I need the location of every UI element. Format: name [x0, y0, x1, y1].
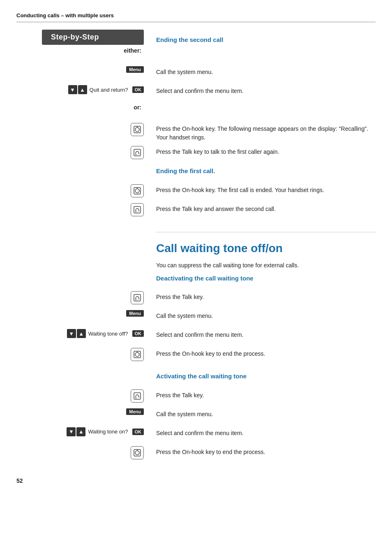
- deactivate-onhook-left: [16, 348, 148, 361]
- talk-row-1: Press the Talk key to talk to the first …: [16, 146, 376, 161]
- waiting-tone-on-label: Waiting tone on?: [88, 429, 128, 435]
- talk-icon-4: [131, 389, 144, 403]
- talk-right-1: Press the Talk key to talk to the first …: [148, 146, 376, 156]
- waiting-tone-off-left: ▼ ▲ Waiting tone off? OK: [16, 329, 148, 338]
- arrow-up-icon-off[interactable]: ▲: [77, 329, 86, 338]
- activating-heading-row: Activating the call waiting tone: [16, 367, 376, 385]
- deactivate-menu-left: Menu: [16, 310, 148, 317]
- onhook-right-1: Press the On-hook key. The following mes…: [148, 123, 376, 142]
- activate-talk-row: Press the Talk key.: [16, 389, 376, 404]
- nav-arrows-quit: ▼ ▲: [68, 85, 87, 94]
- or-left: or:: [16, 104, 148, 111]
- activate-talk-left: [16, 389, 148, 403]
- menu-left: Menu: [16, 66, 148, 73]
- onhook-icon-1: [131, 123, 144, 136]
- ok-button-off[interactable]: OK: [132, 330, 144, 337]
- ok-button-quit[interactable]: OK: [132, 86, 144, 93]
- or-label: or:: [134, 104, 141, 111]
- waiting-tone-on-left: ▼ ▲ Waiting tone on? OK: [16, 427, 148, 436]
- either-left: either:: [16, 47, 148, 54]
- svg-rect-8: [134, 206, 141, 213]
- activate-talk-right: Press the Talk key.: [148, 389, 376, 400]
- deactivating-heading: Deactivating the call waiting tone: [156, 274, 376, 283]
- ending-first-call-heading: Ending the first call.: [156, 167, 376, 176]
- svg-point-18: [135, 451, 139, 455]
- nav-arrows-on: ▼ ▲: [67, 427, 85, 436]
- menu-row: Menu Call the system menu.: [16, 66, 376, 81]
- talk-icon-2: [131, 203, 144, 216]
- waiting-tone-off-right: Select and confirm the menu item.: [148, 329, 376, 339]
- quit-ok-row: ▼ ▲ Quit and return? OK Select and confi…: [16, 85, 376, 100]
- ok-button-on[interactable]: OK: [132, 429, 144, 435]
- deactivate-talk-left: [16, 291, 148, 304]
- waiting-tone-on-row: ▼ ▲ Waiting tone on? OK Select and confi…: [16, 427, 376, 442]
- right-panel: Ending the second call: [148, 30, 376, 47]
- ending-second-call-heading: Ending the second call: [156, 36, 376, 43]
- activate-menu-right: Call the system menu.: [148, 408, 376, 419]
- waiting-tone-on-right: Select and confirm the menu item.: [148, 427, 376, 438]
- or-right: [148, 104, 376, 106]
- arrow-down-icon-on[interactable]: ▼: [67, 427, 76, 436]
- deactivate-onhook-row: Press the On-hook key to end the process…: [16, 348, 376, 363]
- svg-line-11: [136, 299, 136, 300]
- deactivate-onhook-right: Press the On-hook key to end the process…: [148, 348, 376, 358]
- talk-left-1: [16, 146, 148, 159]
- onhook-right-2: Press the On-hook key. The first call is…: [148, 184, 376, 195]
- call-waiting-intro: You can suppress the call waiting tone f…: [156, 261, 376, 270]
- onhook-icon-4: [131, 446, 144, 459]
- section-separator: [156, 232, 376, 232]
- or-row: or:: [16, 104, 376, 119]
- svg-point-1: [135, 127, 139, 132]
- menu-button-activate[interactable]: Menu: [126, 408, 144, 415]
- arrow-up-icon[interactable]: ▲: [78, 85, 87, 94]
- menu-button-deactivate[interactable]: Menu: [126, 310, 144, 317]
- arrow-down-icon-off[interactable]: ▼: [67, 329, 76, 338]
- onhook-row-2: Press the On-hook key. The first call is…: [16, 184, 376, 199]
- deactivate-talk-right: Press the Talk key.: [148, 291, 376, 301]
- activate-onhook-right: Press the On-hook key to end the process…: [148, 446, 376, 456]
- onhook-left-1: [16, 123, 148, 136]
- arrow-up-icon-on[interactable]: ▲: [76, 427, 85, 436]
- deactivate-talk-row: Press the Talk key.: [16, 291, 376, 306]
- either-label: either:: [124, 47, 141, 54]
- svg-rect-15: [134, 393, 141, 399]
- activating-heading: Activating the call waiting tone: [156, 372, 376, 381]
- svg-point-6: [135, 189, 139, 193]
- activate-onhook-left: [16, 446, 148, 459]
- talk-left-2: [16, 203, 148, 216]
- svg-point-13: [135, 352, 139, 357]
- onhook-row-1: Press the On-hook key. The following mes…: [16, 123, 376, 142]
- activating-heading-right: Activating the call waiting tone: [148, 367, 376, 385]
- onhook-icon-3: [131, 348, 144, 361]
- svg-line-4: [136, 154, 136, 155]
- arrow-down-icon[interactable]: ▼: [68, 85, 77, 94]
- svg-rect-10: [134, 294, 141, 301]
- onhook-icon-2: [131, 184, 144, 197]
- call-waiting-section-row: Call waiting tone off/on You can suppres…: [16, 226, 376, 287]
- ending-first-call-row: Ending the first call.: [16, 165, 376, 180]
- talk-right-2: Press the Talk key and answer the second…: [148, 203, 376, 213]
- activate-onhook-row: Press the On-hook key to end the process…: [16, 446, 376, 461]
- activate-menu-left: Menu: [16, 408, 148, 415]
- menu-button[interactable]: Menu: [126, 66, 144, 73]
- quit-right: Select and confirm the menu item.: [148, 85, 376, 95]
- waiting-tone-off-row: ▼ ▲ Waiting tone off? OK Select and conf…: [16, 329, 376, 344]
- deactivate-menu-right: Call the system menu.: [148, 310, 376, 320]
- onhook-left-2: [16, 184, 148, 197]
- call-waiting-heading: Call waiting tone off/on: [156, 240, 376, 257]
- ending-first-right: Ending the first call.: [148, 165, 376, 180]
- quit-label: Quit and return?: [90, 87, 128, 93]
- svg-rect-3: [134, 149, 141, 156]
- nav-arrows-off: ▼ ▲: [67, 329, 86, 338]
- talk-icon-3: [131, 291, 144, 304]
- either-row: either:: [16, 47, 376, 62]
- left-panel: Step-by-Step: [16, 30, 148, 47]
- talk-icon-1: [131, 146, 144, 159]
- step-by-step-label: Step-by-Step: [42, 30, 144, 45]
- call-waiting-right: Call waiting tone off/on You can suppres…: [148, 226, 376, 287]
- waiting-tone-off-label: Waiting tone off?: [88, 331, 128, 337]
- activate-menu-row: Menu Call the system menu.: [16, 408, 376, 423]
- either-right: [148, 47, 376, 49]
- page-number: 52: [16, 477, 23, 484]
- menu-right: Call the system menu.: [148, 66, 376, 76]
